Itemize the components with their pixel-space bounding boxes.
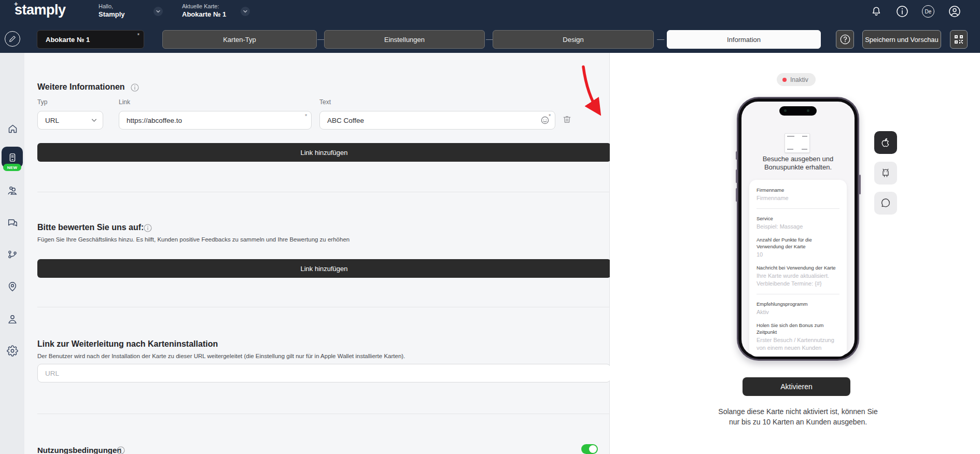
tab-einstellungen[interactable]: Einstellungen: [324, 30, 485, 49]
typ-select[interactable]: URL: [37, 111, 103, 130]
notifications-button[interactable]: [870, 5, 883, 18]
more-info-tooltip-icon[interactable]: [131, 83, 139, 92]
preview-platform-chat[interactable]: [874, 192, 897, 215]
terms-toggle[interactable]: [581, 444, 598, 454]
new-badge: NEW: [3, 164, 21, 171]
phone-field: Empfehlungsprogramm Aktiv: [757, 301, 839, 316]
sidebar-item-customers[interactable]: [7, 185, 18, 196]
tab-label: Einstellungen: [384, 36, 425, 44]
location-pin-icon: [7, 281, 18, 292]
field-label: Firmenname: [757, 187, 839, 193]
typ-select-value: URL: [45, 117, 59, 124]
sidebar-item-managers[interactable]: [7, 314, 18, 325]
phone-info-card: Firmenname Firmenname Service Beispiel: …: [749, 180, 847, 357]
account-dropdown-chevron[interactable]: [153, 7, 163, 16]
info-circle-icon: [117, 446, 125, 454]
qr-code-button[interactable]: [950, 30, 968, 49]
card-name-box[interactable]: Abokarte № 1 *: [37, 30, 144, 49]
card-pass-icon: [7, 152, 18, 163]
android-icon: [880, 167, 891, 179]
required-marker: *: [305, 113, 307, 119]
camera-dot: [784, 109, 787, 112]
section-title-terms: Nutzungsbedingungen: [37, 446, 121, 454]
text-field-label: Text: [319, 98, 331, 106]
bell-icon: [871, 6, 882, 17]
phone-field: Firmenname Firmenname: [757, 187, 839, 202]
card-dropdown-chevron[interactable]: [241, 7, 250, 16]
field-label: Empfehlungsprogramm: [757, 301, 839, 307]
info-circle-icon: [144, 224, 152, 232]
status-dot: [782, 78, 787, 82]
chevron-down-icon: [91, 117, 97, 124]
card-thumbnail: [785, 133, 810, 153]
tab-label: Karten-Typ: [223, 36, 256, 44]
app-page: +stamply Hallo, Stamply Aktuelle Karte: …: [0, 0, 980, 454]
sidebar-item-integrations[interactable]: [7, 249, 18, 260]
add-link-button[interactable]: Link hinzufügen: [37, 143, 611, 162]
section-title-rate-us: Bitte bewerten Sie uns auf:: [37, 223, 144, 232]
stamply-logo[interactable]: +stamply: [15, 2, 66, 18]
language-button[interactable]: De: [922, 5, 934, 18]
link-input[interactable]: [119, 111, 312, 130]
sidebar-item-locations[interactable]: [7, 281, 18, 292]
sidebar-item-settings[interactable]: [7, 345, 18, 357]
add-link-label: Link hinzufügen: [300, 149, 347, 157]
tab-separator: —: [657, 35, 664, 43]
field-label: Anzahl der Punkte für die Verwendung der…: [757, 236, 839, 250]
preview-platform-android[interactable]: [874, 162, 897, 185]
tab-separator: —: [486, 35, 493, 43]
tab-information[interactable]: Information: [667, 30, 821, 49]
add-review-link-button[interactable]: Link hinzufügen: [37, 259, 611, 278]
terms-tooltip-icon[interactable]: [117, 446, 125, 454]
help-button[interactable]: [836, 30, 854, 49]
chat-bubble-icon: [880, 197, 891, 209]
pencil-icon: [9, 35, 16, 42]
field-value: Ihre Karte wurde aktualisiert. Verbleibe…: [757, 272, 839, 288]
smiley-icon: [541, 116, 549, 124]
field-value: Aktiv: [757, 308, 839, 316]
user-greeting: Hallo, Stamply: [99, 3, 125, 19]
sidebar-item-messages[interactable]: [7, 217, 18, 229]
logo-plus-mark: +: [14, 0, 18, 8]
greeting-label: Hallo,: [99, 3, 125, 10]
tab-separator: —: [317, 35, 325, 43]
tab-label: Information: [727, 36, 761, 44]
tab-design[interactable]: Design: [493, 30, 654, 49]
card-name-text: Abokarte № 1: [46, 36, 90, 44]
card-preview-panel: Inaktiv Besuche ausge: [610, 53, 980, 454]
rate-us-tooltip-icon[interactable]: [144, 224, 152, 232]
section-title-redirect: Link zur Weiterleitung nach Karteninstal…: [37, 339, 218, 349]
current-card-switcher: Aktuelle Karte: Abokarte № 1: [182, 3, 226, 19]
status-text: Inaktiv: [790, 76, 808, 83]
status-badge: Inaktiv: [777, 73, 816, 86]
required-marker: *: [137, 32, 139, 38]
emoji-picker-button[interactable]: [541, 116, 549, 126]
save-preview-button[interactable]: Speichern und Vorschau: [862, 30, 941, 49]
preview-platform-apple[interactable]: [874, 131, 897, 154]
logo-text: stamply: [15, 2, 66, 18]
home-icon: [7, 123, 18, 134]
chat-bubbles-icon: [7, 217, 18, 229]
edit-card-name-button[interactable]: [5, 31, 20, 47]
user-icon: [948, 5, 961, 18]
trash-icon: [563, 115, 571, 124]
sidebar-item-home[interactable]: [7, 123, 18, 134]
profile-button[interactable]: [948, 5, 961, 18]
dynamic-island: [779, 106, 817, 116]
section-divider: [37, 192, 611, 192]
top-header: +stamply Hallo, Stamply Aktuelle Karte: …: [0, 0, 980, 23]
text-input[interactable]: [319, 111, 555, 130]
link-field-label: Link: [119, 98, 130, 106]
redirect-url-input[interactable]: [37, 364, 611, 382]
activation-note: Solange diese Karte nicht aktiviert ist,…: [716, 406, 880, 427]
toggle-knob: [589, 445, 597, 453]
info-button[interactable]: [896, 5, 908, 18]
redirect-subtitle: Der Benutzer wird nach der Installation …: [37, 353, 405, 359]
delete-link-button[interactable]: [563, 115, 571, 126]
info-circle-icon: [131, 83, 139, 92]
tab-karten-typ[interactable]: Karten-Typ: [162, 30, 317, 49]
field-value: 10: [757, 251, 839, 259]
activate-button[interactable]: Aktivieren: [743, 377, 850, 396]
language-badge: De: [922, 5, 934, 18]
sidebar: NEW: [0, 53, 24, 454]
